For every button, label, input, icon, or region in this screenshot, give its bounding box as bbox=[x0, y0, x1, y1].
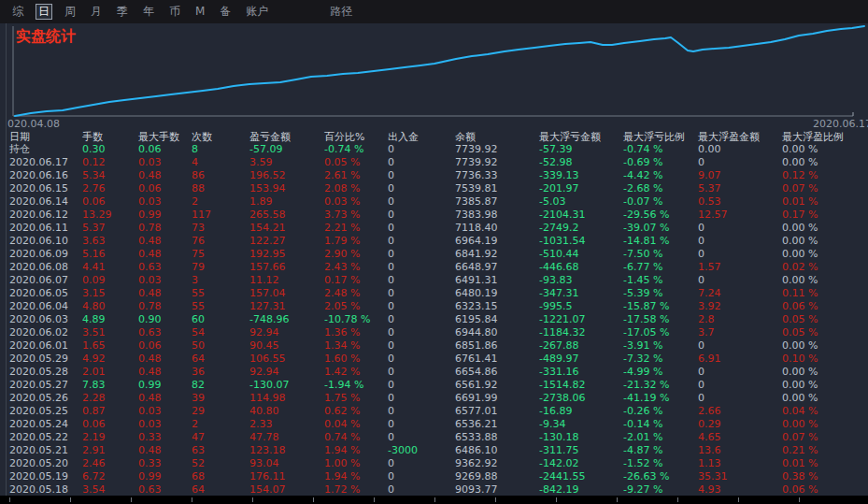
cell: 7383.98 bbox=[455, 209, 498, 221]
column-header[interactable]: 手数 bbox=[82, 131, 103, 143]
cell: -14.81 % bbox=[623, 235, 669, 247]
table-row[interactable]: 2020.06.053.150.4855157.042.48 %06480.19… bbox=[0, 287, 868, 300]
menu-item-week[interactable]: 周 bbox=[62, 4, 78, 20]
cell: 6964.19 bbox=[455, 235, 498, 247]
table-row[interactable]: 2020.06.115.370.7873154.212.21 %07118.40… bbox=[0, 222, 868, 235]
cell: 0.48 bbox=[138, 287, 162, 299]
table-row[interactable]: 2020.05.202.460.335293.041.00 %09362.92-… bbox=[0, 457, 868, 470]
table-row[interactable]: 2020.06.170.120.0343.590.05 %07739.92-52… bbox=[0, 156, 868, 169]
table-row[interactable]: 2020.05.240.060.0322.330.04 %06536.21-9.… bbox=[0, 418, 868, 431]
menu-item-day[interactable]: 日 bbox=[36, 4, 52, 20]
cell: 4.92 bbox=[82, 353, 106, 365]
cell: 0 bbox=[388, 418, 394, 430]
column-header[interactable]: 最大浮亏金额 bbox=[539, 131, 601, 143]
cell: -26.63 % bbox=[623, 470, 669, 482]
cell: -142.02 bbox=[539, 457, 578, 469]
menu-item-quarter[interactable]: 季 bbox=[114, 4, 131, 20]
cell: 154.21 bbox=[249, 222, 286, 234]
column-header[interactable]: 最大浮盈比例 bbox=[782, 131, 844, 143]
cell: 13.29 bbox=[82, 209, 112, 221]
cell: 6691.99 bbox=[455, 392, 498, 404]
cell: 2 bbox=[192, 195, 198, 208]
cell: 0.06 % bbox=[782, 483, 818, 496]
table-row[interactable]: 2020.06.095.160.4875192.952.90 %06841.92… bbox=[0, 248, 868, 261]
column-header[interactable]: 最大浮亏比例 bbox=[623, 131, 685, 143]
table-row[interactable]: 2020.06.084.410.6379157.662.43 %06648.97… bbox=[0, 261, 868, 274]
table-row[interactable]: 2020.05.262.280.4839114.981.75 %06691.99… bbox=[0, 392, 868, 405]
cell: 3 bbox=[192, 274, 198, 286]
cell: 0.03 bbox=[138, 405, 162, 417]
table-row[interactable]: 2020.05.196.720.9968176.111.94 %09269.88… bbox=[0, 470, 868, 483]
table-row[interactable]: 2020.06.165.340.4886196.522.61 %07736.33… bbox=[0, 169, 868, 182]
cell: -1031.54 bbox=[539, 235, 585, 247]
cell: -2749.2 bbox=[539, 222, 578, 234]
table-row[interactable]: 2020.05.183.540.6364154.071.72 %09093.77… bbox=[0, 483, 868, 497]
table-row[interactable]: 2020.06.044.800.7855127.312.05 %06323.15… bbox=[0, 300, 868, 313]
column-header[interactable]: 余额 bbox=[455, 131, 476, 143]
cell: 0.00 % bbox=[782, 156, 818, 168]
position-row[interactable]: 持仓0.300.068-57.09-0.74 %07739.92-57.39-0… bbox=[0, 143, 868, 156]
menu-item-backup[interactable]: 备 bbox=[217, 4, 234, 20]
column-header[interactable]: 百分比% bbox=[324, 131, 364, 143]
table-row[interactable]: 2020.06.034.890.9060-748.96-10.78 %06195… bbox=[0, 313, 868, 326]
cell: 0.00 bbox=[698, 143, 721, 155]
cell: 0 bbox=[388, 169, 394, 181]
cell: -4.87 % bbox=[623, 444, 662, 456]
menu-item-currency[interactable]: 币 bbox=[166, 4, 183, 20]
table-row[interactable]: 2020.05.282.010.483692.941.42 %06654.86-… bbox=[0, 366, 868, 379]
cell: 0.53 bbox=[698, 195, 721, 208]
cell: 6841.92 bbox=[455, 248, 498, 260]
column-header[interactable]: 盈亏金额 bbox=[249, 131, 291, 143]
column-header[interactable]: 次数 bbox=[192, 131, 212, 143]
cell: 0.05 % bbox=[782, 313, 818, 325]
column-header[interactable]: 最大浮盈金额 bbox=[698, 131, 760, 143]
cell: 4.93 bbox=[698, 483, 721, 496]
table-row[interactable]: 2020.06.103.630.4876122.271.79 %06964.19… bbox=[0, 235, 868, 248]
cell: 1.94 % bbox=[324, 470, 360, 482]
table-row[interactable]: 2020.05.212.910.4863123.181.94 %-3000648… bbox=[0, 444, 868, 457]
cell: 0 bbox=[698, 339, 704, 352]
cell: -2738.06 bbox=[539, 392, 585, 404]
cell: 6536.21 bbox=[455, 418, 498, 430]
cell: 29 bbox=[192, 405, 205, 417]
table-row[interactable]: 2020.05.294.920.4864106.551.60 %06761.41… bbox=[0, 353, 868, 366]
menu-item-account[interactable]: 账户 bbox=[243, 4, 271, 20]
cell: 0.05 % bbox=[782, 326, 818, 338]
table-row[interactable]: 2020.06.070.090.03311.120.17 %06491.31-9… bbox=[0, 274, 868, 287]
cell: 127.31 bbox=[249, 300, 286, 312]
table-row[interactable]: 2020.06.1213.290.99117265.583.73 %07383.… bbox=[0, 209, 868, 222]
cell: 90.45 bbox=[249, 339, 279, 352]
cell: 2.43 % bbox=[324, 261, 360, 273]
horizontal-scrollbar[interactable] bbox=[0, 496, 868, 504]
table-row[interactable]: 2020.06.011.650.065090.451.34 %06851.86-… bbox=[0, 339, 868, 353]
column-header[interactable]: 出入金 bbox=[388, 131, 419, 143]
menu-bar: 综日周月季年币M备账户路径 bbox=[0, 0, 868, 23]
table-row[interactable]: 2020.06.023.510.635492.941.36 %06944.80-… bbox=[0, 326, 868, 339]
menu-item-month[interactable]: 月 bbox=[88, 4, 105, 20]
cell: 93.04 bbox=[249, 457, 279, 469]
table-row[interactable]: 2020.05.222.190.334747.780.74 %06533.88-… bbox=[0, 431, 868, 444]
cell: 0.03 bbox=[138, 156, 162, 168]
cell: 2.48 % bbox=[324, 287, 360, 299]
cell: 13.6 bbox=[698, 444, 721, 456]
cell: 86 bbox=[192, 169, 205, 181]
menu-item-year[interactable]: 年 bbox=[140, 4, 157, 20]
cell-date: 2020.05.21 bbox=[9, 444, 68, 456]
cell: 0 bbox=[388, 353, 394, 365]
column-header[interactable]: 最大手数 bbox=[138, 131, 179, 143]
cell: 1.72 % bbox=[324, 483, 360, 496]
column-header[interactable]: 日期 bbox=[9, 131, 30, 143]
menu-item-m[interactable]: M bbox=[192, 4, 207, 20]
cell: -6.77 % bbox=[623, 261, 662, 273]
cell: 54 bbox=[192, 326, 205, 338]
table-row[interactable]: 2020.06.152.760.0688153.942.08 %07539.81… bbox=[0, 182, 868, 195]
table-row[interactable]: 2020.05.277.830.9982-130.07-1.94 %06561.… bbox=[0, 379, 868, 392]
table-row[interactable]: 2020.06.140.060.0321.890.03 %07385.87-5.… bbox=[0, 195, 868, 209]
table-row[interactable]: 2020.05.250.870.032940.800.62 %06577.01-… bbox=[0, 405, 868, 418]
menu-item-path[interactable]: 路径 bbox=[327, 4, 355, 20]
cell: -2441.55 bbox=[539, 470, 585, 482]
cell: 0.78 bbox=[138, 222, 162, 234]
cell: 8 bbox=[192, 143, 198, 155]
menu-item-summary[interactable]: 综 bbox=[9, 4, 26, 20]
cell: 6480.19 bbox=[455, 287, 498, 299]
